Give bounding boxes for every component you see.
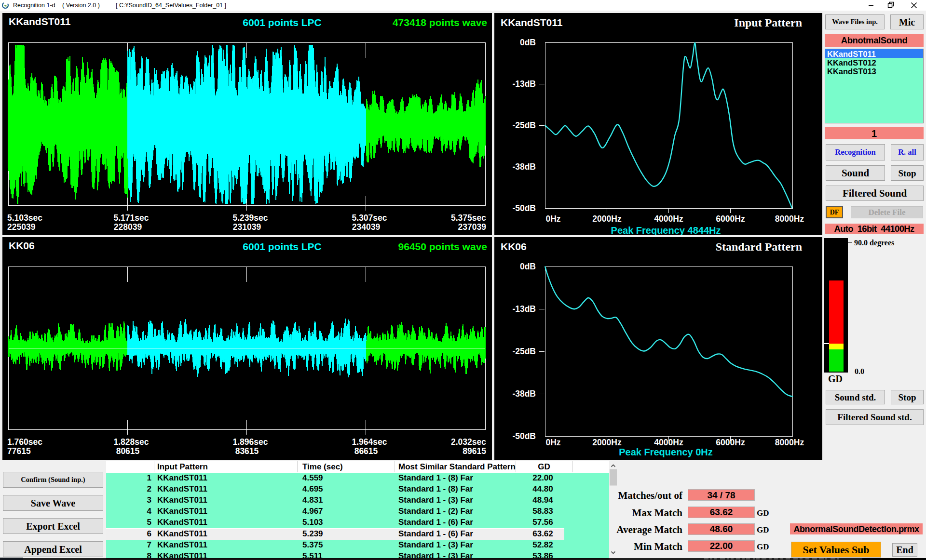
- svg-text:Input Pattern: Input Pattern: [734, 16, 802, 29]
- svg-text:1.760sec: 1.760sec: [7, 437, 42, 447]
- svg-text:KK06: KK06: [9, 240, 35, 251]
- svg-text:1.828sec: 1.828sec: [114, 437, 149, 447]
- svg-text:473418 points wave: 473418 points wave: [393, 17, 487, 28]
- svg-text:5.375sec: 5.375sec: [451, 213, 486, 223]
- svg-text:0dB: 0dB: [520, 38, 536, 47]
- svg-text:1.896sec: 1.896sec: [233, 437, 268, 447]
- svg-text:0dB: 0dB: [520, 262, 536, 271]
- svg-text:0Hz: 0Hz: [545, 214, 560, 224]
- svg-text:-50dB: -50dB: [512, 431, 536, 441]
- svg-text:234039: 234039: [352, 222, 381, 232]
- svg-text:237039: 237039: [458, 222, 487, 232]
- svg-text:1.964sec: 1.964sec: [352, 437, 387, 447]
- svg-text:KK06: KK06: [501, 241, 527, 252]
- svg-text:-25dB: -25dB: [512, 120, 536, 130]
- svg-text:96450 points wave: 96450 points wave: [398, 241, 487, 252]
- svg-text:-13dB: -13dB: [512, 304, 536, 314]
- svg-text:Peak Frequency 4844Hz: Peak Frequency 4844Hz: [611, 225, 721, 235]
- svg-text:0Hz: 0Hz: [545, 438, 560, 447]
- svg-text:5.239sec: 5.239sec: [233, 213, 268, 223]
- svg-text:5.307sec: 5.307sec: [352, 213, 387, 223]
- svg-text:83615: 83615: [235, 446, 259, 456]
- svg-text:89615: 89615: [463, 446, 486, 456]
- svg-text:Standard Pattern: Standard Pattern: [716, 240, 802, 253]
- svg-text:225039: 225039: [7, 222, 36, 232]
- svg-text:Peak Frequency 0Hz: Peak Frequency 0Hz: [619, 447, 713, 457]
- svg-text:-25dB: -25dB: [512, 347, 536, 356]
- svg-text:8000Hz: 8000Hz: [775, 214, 804, 224]
- svg-text:4000Hz: 4000Hz: [654, 214, 683, 224]
- svg-text:-38dB: -38dB: [512, 389, 536, 399]
- svg-text:5.171sec: 5.171sec: [114, 213, 149, 223]
- svg-text:KKandST011: KKandST011: [501, 17, 563, 28]
- svg-text:KKandST011: KKandST011: [9, 16, 71, 27]
- svg-text:2000Hz: 2000Hz: [592, 214, 622, 224]
- svg-text:6000Hz: 6000Hz: [716, 438, 745, 447]
- svg-text:6001 points LPC: 6001 points LPC: [243, 17, 321, 28]
- svg-text:228039: 228039: [114, 222, 142, 232]
- svg-text:-50dB: -50dB: [512, 203, 536, 213]
- svg-text:231039: 231039: [233, 222, 261, 232]
- svg-text:2000Hz: 2000Hz: [592, 438, 622, 447]
- svg-text:-13dB: -13dB: [512, 79, 536, 89]
- svg-text:77615: 77615: [7, 446, 31, 456]
- svg-text:-38dB: -38dB: [512, 162, 536, 172]
- svg-text:5.103sec: 5.103sec: [7, 213, 42, 223]
- svg-text:6001 points LPC: 6001 points LPC: [243, 241, 321, 252]
- svg-text:86615: 86615: [354, 446, 378, 456]
- svg-text:6000Hz: 6000Hz: [716, 214, 745, 224]
- svg-text:8000Hz: 8000Hz: [775, 438, 804, 447]
- svg-text:80615: 80615: [116, 446, 140, 456]
- svg-text:2.032sec: 2.032sec: [451, 437, 486, 447]
- svg-text:4000Hz: 4000Hz: [654, 438, 683, 447]
